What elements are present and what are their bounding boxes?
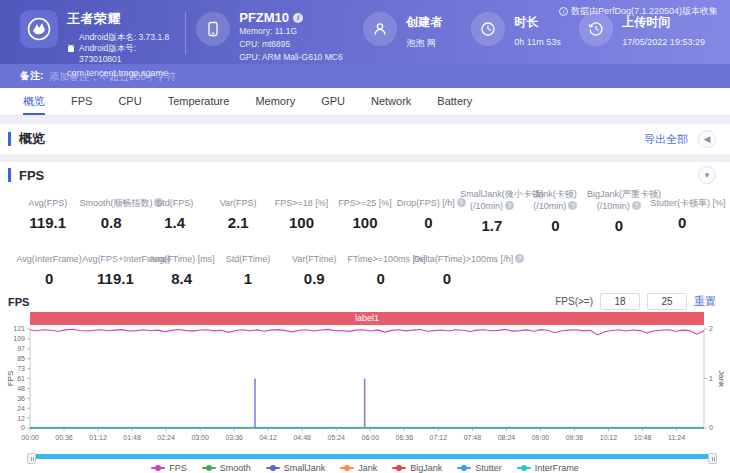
metric-value: 0.8 <box>79 214 142 231</box>
metric-Drop(FPS) [/h]: Drop(FPS) [/h]?0 <box>397 188 460 234</box>
svg-text:06:36: 06:36 <box>396 434 414 441</box>
tab-FPS[interactable]: FPS <box>58 88 105 115</box>
header-divider <box>185 12 186 54</box>
svg-text:03:36: 03:36 <box>225 434 243 441</box>
legend-item-Jank[interactable]: Jank <box>340 463 377 473</box>
tab-Network[interactable]: Network <box>358 88 424 115</box>
app-info-block: 王者荣耀 Android版本名: 3.73.1.8 Android版本号: 37… <box>20 10 175 78</box>
svg-text:0: 0 <box>709 425 713 432</box>
app-name: 王者荣耀 <box>67 10 175 28</box>
svg-text:36: 36 <box>17 395 25 402</box>
tab-Battery[interactable]: Battery <box>424 88 485 115</box>
collapse-down-button[interactable]: ▾ <box>698 166 716 184</box>
metric-info-icon[interactable]: ? <box>568 201 577 210</box>
android-version-name: Android版本名: 3.73.1.8 <box>79 32 175 43</box>
tab-bar: 概览FPSCPUTemperatureMemoryGPUNetworkBatte… <box>0 88 730 116</box>
svg-text:06:00: 06:00 <box>362 434 380 441</box>
phone-icon <box>196 12 230 46</box>
creator-label: 创建者 <box>406 14 442 31</box>
metric-value: 100 <box>333 214 396 231</box>
device-gpu: GPU: ARM Mali-G610 MC6 <box>239 51 342 64</box>
slider-handle-left[interactable] <box>27 453 36 464</box>
chart-range-slider[interactable] <box>28 454 716 459</box>
svg-text:00:00: 00:00 <box>21 434 39 441</box>
android-icon <box>67 42 75 56</box>
export-all-link[interactable]: 导出全部 <box>644 132 688 147</box>
device-cpu: CPU: mt6895 <box>239 38 342 51</box>
svg-text:04:12: 04:12 <box>259 434 277 441</box>
metric-Std(FTime): Std(FTime)1 <box>215 244 281 287</box>
device-info-icon[interactable]: i <box>293 13 303 23</box>
svg-text:02:24: 02:24 <box>157 434 175 441</box>
section-accent-bar <box>8 168 11 182</box>
tab-概览[interactable]: 概览 <box>10 88 58 115</box>
svg-text:00:36: 00:36 <box>55 434 73 441</box>
fps-threshold-input-1[interactable] <box>600 293 640 310</box>
svg-text:07:12: 07:12 <box>430 434 448 441</box>
android-version-code: Android版本号: 373010801 <box>79 43 175 65</box>
device-info-block: PFZM10 i Memory: 11.1G CPU: mt6895 GPU: … <box>196 10 353 63</box>
metric-value: 0 <box>587 217 650 234</box>
legend-item-Smooth[interactable]: Smooth <box>202 463 251 473</box>
fps-threshold-label: FPS(>=) <box>555 296 593 307</box>
legend-item-BigJank[interactable]: BigJank <box>392 463 442 473</box>
svg-text:08:24: 08:24 <box>498 434 516 441</box>
fps-threshold-input-2[interactable] <box>647 293 687 310</box>
fps-chart-area: 0122436486173859710912101200:0000:3601:1… <box>0 325 730 452</box>
metric-info-icon[interactable]: ? <box>632 201 641 210</box>
duration-label: 时长 <box>514 14 560 31</box>
legend-item-Stutter[interactable]: Stutter <box>457 463 502 473</box>
section-accent-bar <box>8 132 11 146</box>
legend-item-InterFrame[interactable]: InterFrame <box>517 463 579 473</box>
user-icon <box>363 12 397 46</box>
svg-text:0: 0 <box>21 425 25 432</box>
legend-item-SmallJank[interactable]: SmallJank <box>266 463 326 473</box>
overview-section-bar: 概览 导出全部 ◀ <box>0 124 730 154</box>
game-app-icon <box>20 10 58 48</box>
metric-value: 0 <box>414 270 480 287</box>
fps-section-title: FPS <box>19 168 44 183</box>
fps-chart-svg[interactable]: 0122436486173859710912101200:0000:3601:1… <box>6 325 724 449</box>
metric-value: 100 <box>270 214 333 231</box>
metric-info-icon[interactable]: ? <box>515 254 524 263</box>
metric-Smooth(顺畅指数): Smooth(顺畅指数)?0.8 <box>79 188 142 234</box>
tab-CPU[interactable]: CPU <box>105 88 154 115</box>
metric-value: 119.1 <box>82 270 148 287</box>
tab-Memory[interactable]: Memory <box>242 88 308 115</box>
svg-text:09:00: 09:00 <box>532 434 550 441</box>
metric-info-icon[interactable]: ? <box>505 201 514 210</box>
metric-Var(FPS): Var(FPS)2.1 <box>206 188 269 234</box>
metric-value: 1.7 <box>460 217 523 234</box>
upload-time-value: 17/05/2022 19:53:29 <box>622 37 705 47</box>
metric-SmallJank(微小卡顿): SmallJank(微小卡顿)(/10min)?1.7 <box>460 188 523 234</box>
svg-text:121: 121 <box>13 326 25 333</box>
svg-text:12: 12 <box>17 415 25 422</box>
svg-text:2: 2 <box>709 326 713 333</box>
svg-text:03:00: 03:00 <box>191 434 209 441</box>
svg-text:1: 1 <box>709 375 713 382</box>
metric-FTime>=100ms [%]: FTime>=100ms [%]0 <box>347 244 413 287</box>
svg-text:09:36: 09:36 <box>566 434 584 441</box>
metric-Avg(FTime) [ms]: Avg(FTime) [ms]8.4 <box>149 244 215 287</box>
chart-legend: FPSSmoothSmallJankJankBigJankStutterInte… <box>0 463 730 473</box>
reset-link[interactable]: 重置 <box>694 294 716 309</box>
metric-value: 0.9 <box>281 270 347 287</box>
collapse-left-button[interactable]: ◀ <box>698 130 716 148</box>
metric-value: 8.4 <box>149 270 215 287</box>
svg-text:109: 109 <box>13 336 25 343</box>
svg-text:01:12: 01:12 <box>89 434 107 441</box>
tab-Temperature[interactable]: Temperature <box>155 88 243 115</box>
legend-item-FPS[interactable]: FPS <box>151 463 187 473</box>
fps-metrics-row1: Avg(FPS)119.1Smooth(顺畅指数)?0.8Std(FPS)1.4… <box>0 188 730 234</box>
tab-GPU[interactable]: GPU <box>308 88 358 115</box>
fps-section-card: FPS ▾ Avg(FPS)119.1Smooth(顺畅指数)?0.8Std(F… <box>0 162 730 473</box>
metric-BigJank(严重卡顿): BigJank(严重卡顿)(/10min)?0 <box>587 188 650 234</box>
svg-text:73: 73 <box>17 365 25 372</box>
svg-text:04:48: 04:48 <box>293 434 311 441</box>
metric-value: 0 <box>651 214 714 231</box>
svg-text:05:24: 05:24 <box>328 434 346 441</box>
device-model: PFZM10 <box>239 10 289 25</box>
metric-value: 0 <box>347 270 413 287</box>
creator-value: 泡泡 网 <box>406 37 442 50</box>
slider-handle-right[interactable] <box>708 453 717 464</box>
